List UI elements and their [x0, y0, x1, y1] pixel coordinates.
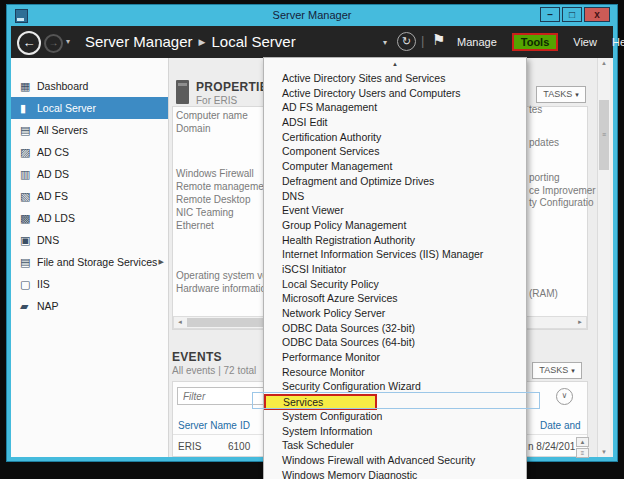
menu-item-label: Certification Authority [282, 131, 381, 143]
menu-item[interactable]: Group Policy Management [264, 218, 526, 233]
sidebar-item[interactable]: ▰ NAP [11, 295, 168, 317]
menu-item[interactable]: Computer Management [264, 159, 526, 174]
menu-item[interactable]: Resource Monitor [264, 365, 526, 380]
menu-item[interactable]: Event Viewer [264, 203, 526, 218]
menu-item-label: Network Policy Server [282, 307, 385, 319]
menu-button[interactable]: Tools [512, 33, 559, 51]
menu-item[interactable]: Certification Authority [264, 130, 526, 145]
sidebar-item-icon: ▰ [20, 300, 37, 313]
filter-expander-icon[interactable]: ∨ [556, 388, 573, 405]
menu-button[interactable]: Help [612, 36, 624, 48]
menu-item[interactable]: ODBC Data Sources (32-bit) [264, 321, 526, 336]
menu-item-label: Microsoft Azure Services [282, 292, 398, 304]
column-header-date[interactable]: Date and [540, 420, 581, 431]
sidebar-item[interactable]: ▦ Dashboard [11, 75, 168, 97]
scrollbar-thumb[interactable]: ≡ [599, 100, 609, 170]
menu-item[interactable]: Microsoft Azure Services [264, 291, 526, 306]
property-label: Ethernet [176, 220, 214, 231]
properties-tasks-button[interactable]: TASKS▾ [536, 86, 586, 103]
sidebar-item[interactable]: ▤ File and Storage Services ▶ [11, 251, 168, 273]
sidebar-item[interactable]: ▩ AD LDS [11, 207, 168, 229]
menu-item[interactable]: AD FS Management [264, 100, 526, 115]
scroll-right-icon[interactable]: ► [577, 318, 583, 327]
menu-item[interactable]: Windows Memory Diagnostic [264, 468, 526, 479]
breadcrumb-root[interactable]: Server Manager [85, 33, 193, 50]
menu-item-label: Services [264, 394, 377, 410]
history-caret-icon[interactable]: ▾ [66, 37, 70, 46]
property-label: Remote Desktop [176, 194, 250, 205]
events-tasks-button[interactable]: TASKS▾ [532, 362, 582, 379]
menu-item[interactable]: Windows Firewall with Advanced Security [264, 453, 526, 468]
menu-item[interactable]: Network Policy Server [264, 306, 526, 321]
menu-item[interactable]: DNS [264, 189, 526, 204]
menu-item[interactable]: Health Registration Authority [264, 233, 526, 248]
sidebar-item[interactable]: ▤ All Servers [11, 119, 168, 141]
sidebar: ▦ Dashboard ▮ Local Server ▤ All Servers… [11, 58, 169, 457]
menu-item-label: Group Policy Management [282, 219, 406, 231]
property-label: Windows Firewall [176, 168, 254, 179]
property-value-fragment: pdates [529, 137, 559, 148]
refresh-icon[interactable]: ↻ [397, 32, 416, 51]
close-button[interactable]: x [584, 7, 610, 22]
menu-item[interactable]: Defragment and Optimize Drives [264, 174, 526, 189]
notifications-flag-icon[interactable]: ⚑ [432, 31, 445, 49]
menu-scroll-up-icon[interactable]: ▲ [264, 58, 526, 71]
window-title: Server Manager [6, 9, 618, 21]
property-value-fragment: (RAM) [529, 288, 558, 299]
menu-item[interactable]: ODBC Data Sources (64-bit) [264, 335, 526, 350]
scroll-up-icon[interactable]: ▲ [601, 60, 607, 66]
menu-item[interactable]: Services [264, 394, 526, 409]
sidebar-item-label: All Servers [37, 124, 88, 136]
vertical-scrollbar[interactable]: ▲ ≡ ▼ [597, 58, 610, 457]
maximize-button[interactable]: □ [562, 7, 582, 22]
server-icon [176, 80, 189, 104]
events-scrollbar-thumb[interactable]: ≡ [576, 448, 589, 458]
sidebar-item[interactable]: ▣ DNS [11, 229, 168, 251]
properties-subtitle: For ERIS [196, 95, 237, 106]
menu-item[interactable]: Active Directory Sites and Services [264, 71, 526, 86]
sidebar-item[interactable]: ▢ IIS [11, 273, 168, 295]
menu-item[interactable]: Active Directory Users and Computers [264, 86, 526, 101]
scope-caret-icon[interactable]: ▾ [383, 38, 387, 47]
sidebar-item-icon: ▤ [20, 124, 37, 137]
sidebar-item-icon: ▩ [20, 212, 37, 225]
menu-item-label: Defragment and Optimize Drives [282, 175, 434, 187]
tools-dropdown-menu: ▲ Active Directory Sites and Services Ac… [263, 57, 527, 479]
sidebar-item[interactable]: ▧ AD FS [11, 185, 168, 207]
sidebar-item[interactable]: ▨ AD CS [11, 141, 168, 163]
menu-button[interactable]: Manage [457, 36, 497, 48]
navigation-bar: ← → ▾ Server Manager▶Local Server ▾ ↻ | … [11, 26, 613, 58]
sidebar-item-label: AD DS [37, 168, 69, 180]
menu-button[interactable]: View [573, 36, 597, 48]
menu-item[interactable]: ADSI Edit [264, 115, 526, 130]
sidebar-item-label: Local Server [37, 102, 96, 114]
column-header-id[interactable]: ID [240, 420, 250, 431]
menu-item[interactable]: System Information [264, 424, 526, 439]
sidebar-item-icon: ▢ [20, 278, 37, 291]
sidebar-item-icon: ▦ [20, 80, 37, 93]
menu-item[interactable]: Component Services [264, 144, 526, 159]
minimize-button[interactable]: – [540, 7, 560, 22]
property-value-fragment: porting [529, 172, 560, 183]
back-icon[interactable]: ← [17, 31, 41, 55]
property-label: NIC Teaming [176, 207, 234, 218]
scroll-left-icon[interactable]: ◄ [177, 318, 183, 327]
sidebar-item[interactable]: ▮ Local Server [11, 97, 168, 119]
menu-item[interactable]: System Configuration [264, 409, 526, 424]
events-title: EVENTS [172, 350, 222, 364]
expand-arrow-icon[interactable]: ▶ [159, 258, 164, 266]
menu-item[interactable]: Performance Monitor [264, 350, 526, 365]
forward-icon[interactable]: → [44, 34, 63, 53]
menu-item[interactable]: Local Security Policy [264, 277, 526, 292]
menu-item[interactable]: Internet Information Services (IIS) Mana… [264, 247, 526, 262]
tasks-label: TASKS [543, 89, 572, 99]
property-label: Hardware information [176, 283, 272, 294]
column-header-server-name[interactable]: Server Name [178, 420, 237, 431]
menu-item[interactable]: Task Scheduler [264, 438, 526, 453]
events-scroll-up-icon[interactable]: ▲ [576, 437, 589, 447]
menu-item[interactable]: iSCSI Initiator [264, 262, 526, 277]
breadcrumb-current[interactable]: Local Server [211, 33, 295, 50]
sidebar-item[interactable]: ▥ AD DS [11, 163, 168, 185]
scroll-down-icon[interactable]: ▼ [601, 449, 607, 455]
menu-item[interactable]: Security Configuration Wizard [264, 379, 526, 394]
